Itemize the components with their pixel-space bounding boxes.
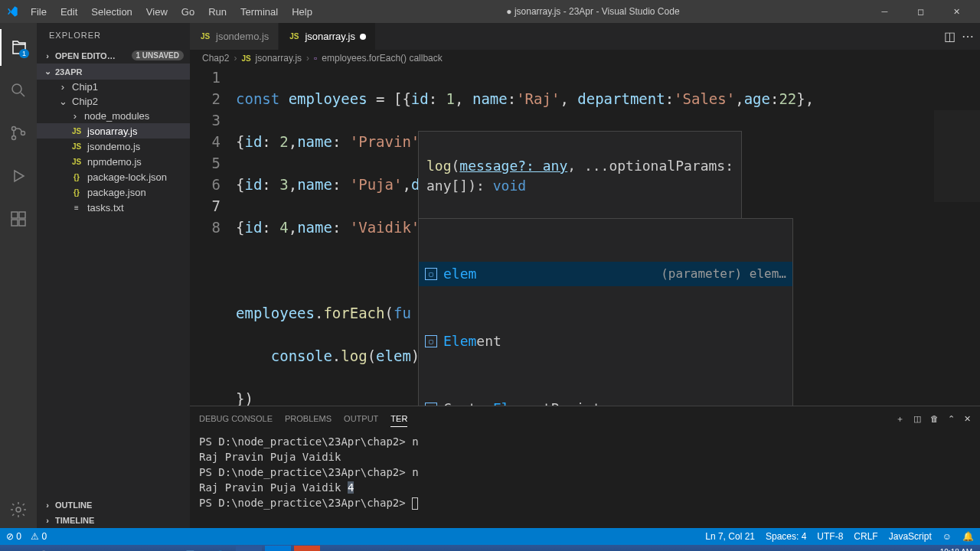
cortana-icon[interactable]: ○ bbox=[61, 546, 87, 551]
taskbar-app[interactable]: 📄 bbox=[178, 546, 204, 551]
explorer-sidebar: EXPLORER › OPEN EDITO… 1 UNSAVED ⌄ 23APR… bbox=[37, 23, 190, 528]
status-language[interactable]: JavaScript bbox=[889, 531, 932, 542]
root-folder-label: 23APR bbox=[55, 67, 82, 77]
chevron-down-icon: ⌄ bbox=[43, 67, 52, 77]
file-jsonarray[interactable]: JSjsonarray.js bbox=[37, 123, 190, 139]
menu-go[interactable]: Go bbox=[175, 3, 201, 21]
taskbar-vscode[interactable]: ◈ bbox=[265, 546, 291, 551]
folder-chip1[interactable]: ›Chip1 bbox=[37, 80, 190, 94]
menu-selection[interactable]: Selection bbox=[85, 3, 138, 21]
split-terminal-icon[interactable]: ◫ bbox=[913, 414, 921, 424]
chevron-right-icon: › bbox=[58, 81, 67, 93]
unsaved-badge: 1 UNSAVED bbox=[132, 51, 185, 60]
status-warnings[interactable]: ⚠ 0 bbox=[31, 531, 47, 542]
status-bell-icon[interactable]: 🔔 bbox=[962, 531, 974, 542]
code-content[interactable]: const employees = [{id: 1, name:'Raj', d… bbox=[236, 67, 980, 406]
folder-node-modules[interactable]: ›node_modules bbox=[37, 109, 190, 123]
search-icon[interactable] bbox=[0, 72, 37, 109]
autocomplete-item[interactable]: ▢CustomElementRegistry bbox=[419, 396, 792, 406]
close-button[interactable]: ✕ bbox=[939, 1, 974, 22]
extensions-icon[interactable] bbox=[0, 201, 37, 237]
autocomplete-item[interactable]: ▢Element bbox=[419, 329, 792, 354]
terminal[interactable]: PS D:\node_practice\23Apr\chap2> n Raj P… bbox=[190, 431, 980, 528]
root-folder-header[interactable]: ⌄ 23APR bbox=[37, 64, 190, 80]
code-editor[interactable]: 12345678 const employees = [{id: 1, name… bbox=[190, 67, 980, 406]
status-cursor[interactable]: Ln 7, Col 21 bbox=[705, 531, 755, 542]
json-file-icon: {} bbox=[70, 171, 83, 183]
file-tasks[interactable]: ≡tasks.txt bbox=[37, 200, 190, 215]
panel-tab-output[interactable]: OUTPUT bbox=[344, 411, 378, 426]
breadcrumb-item[interactable]: Chap2 bbox=[202, 53, 229, 64]
taskbar-app[interactable]: ⬛ bbox=[381, 546, 407, 551]
maximize-button[interactable]: ◻ bbox=[903, 1, 938, 22]
autocomplete-item[interactable]: ▢elem(parameter) elem… bbox=[419, 262, 792, 286]
menu-view[interactable]: View bbox=[140, 3, 174, 21]
start-button[interactable]: ⊞ bbox=[3, 546, 29, 551]
timeline-header[interactable]: ›TIMELINE bbox=[37, 513, 190, 528]
svg-rect-6 bbox=[11, 220, 18, 226]
file-label: tasks.txt bbox=[87, 202, 124, 214]
menu-help[interactable]: Help bbox=[286, 3, 318, 21]
outline-header[interactable]: ›OUTLINE bbox=[37, 497, 190, 513]
new-terminal-icon[interactable]: ＋ bbox=[896, 413, 904, 425]
taskbar-chrome[interactable]: 🌐 bbox=[207, 546, 233, 551]
menu-terminal[interactable]: Terminal bbox=[234, 3, 284, 21]
task-view-icon[interactable]: ▭ bbox=[90, 546, 116, 551]
taskbar-word[interactable]: W bbox=[236, 546, 262, 551]
tab-jsonarray[interactable]: JSjsonarray.js bbox=[279, 23, 376, 50]
breadcrumb-item[interactable]: employees.forEach() callback bbox=[322, 53, 442, 64]
settings-gear-icon[interactable] bbox=[0, 491, 37, 528]
file-package-lock[interactable]: {}package-lock.json bbox=[37, 169, 190, 184]
open-editors-header[interactable]: › OPEN EDITO… 1 UNSAVED bbox=[37, 47, 190, 64]
status-errors[interactable]: ⊘ 0 bbox=[6, 531, 21, 542]
tab-jsondemo[interactable]: JSjsondemo.js bbox=[190, 23, 279, 50]
status-encoding[interactable]: UTF-8 bbox=[817, 531, 843, 542]
taskbar-app[interactable]: 🎨 bbox=[352, 546, 378, 551]
minimize-button[interactable]: ─ bbox=[867, 1, 902, 22]
panel-tab-debug[interactable]: DEBUG CONSOLE bbox=[199, 411, 273, 426]
js-file-icon: JS bbox=[70, 125, 83, 137]
window-title: ● jsonarray.js - 23Apr - Visual Studio C… bbox=[318, 6, 867, 17]
editor-tabs: JSjsondemo.js JSjsonarray.js ◫ ⋯ bbox=[190, 23, 980, 50]
js-file-icon: JS bbox=[288, 31, 300, 43]
bottom-panel: DEBUG CONSOLE PROBLEMS OUTPUT TER ＋ ◫ 🗑 … bbox=[190, 406, 980, 528]
status-feedback-icon[interactable]: ☺ bbox=[942, 531, 952, 542]
chevron-right-icon: › bbox=[70, 110, 80, 122]
menu-file[interactable]: File bbox=[24, 3, 53, 21]
file-label: npmdemo.js bbox=[87, 156, 142, 168]
panel-tab-problems[interactable]: PROBLEMS bbox=[285, 411, 332, 426]
maximize-panel-icon[interactable]: ⌃ bbox=[948, 414, 955, 424]
explorer-icon[interactable]: 1 bbox=[0, 29, 37, 66]
sidebar-title: EXPLORER bbox=[37, 23, 190, 47]
taskbar-explorer[interactable]: 📁 bbox=[323, 546, 349, 551]
folder-chip2[interactable]: ⌄Chip2 bbox=[37, 94, 190, 109]
taskbar-app[interactable]: ◆ bbox=[119, 546, 145, 551]
chevron-right-icon: › bbox=[43, 500, 52, 510]
taskbar-powerpoint[interactable]: P bbox=[294, 546, 320, 551]
status-eol[interactable]: CRLF bbox=[854, 531, 877, 542]
file-jsondemo[interactable]: JSjsondemo.js bbox=[37, 139, 190, 154]
signature-help-popup: log(message?: any, ...optionalParams:any… bbox=[418, 131, 742, 221]
autocomplete-popup[interactable]: ▢elem(parameter) elem… ▢Element ▢CustomE… bbox=[418, 218, 793, 406]
json-file-icon: {} bbox=[70, 186, 83, 198]
breadcrumb-item[interactable]: jsonarray.js bbox=[256, 53, 302, 64]
search-taskbar-icon[interactable]: 🔍 bbox=[32, 546, 58, 551]
text-file-icon: ≡ bbox=[70, 201, 83, 214]
taskbar-app[interactable]: 📁 bbox=[149, 546, 175, 551]
file-npmdemo[interactable]: JSnpmdemo.js bbox=[37, 154, 190, 169]
explorer-badge: 1 bbox=[19, 49, 29, 58]
close-panel-icon[interactable]: ✕ bbox=[964, 414, 971, 424]
source-control-icon[interactable] bbox=[0, 115, 37, 152]
system-clock[interactable]: 10:18 AM05-05-2020 bbox=[933, 548, 977, 551]
panel-tab-terminal[interactable]: TER bbox=[390, 411, 407, 427]
split-editor-icon[interactable]: ◫ bbox=[944, 29, 956, 44]
file-package[interactable]: {}package.json bbox=[37, 184, 190, 200]
breadcrumb[interactable]: Chap2› JSjsonarray.js› ▫employees.forEac… bbox=[190, 50, 980, 67]
status-spaces[interactable]: Spaces: 4 bbox=[766, 531, 806, 542]
kill-terminal-icon[interactable]: 🗑 bbox=[930, 414, 939, 423]
menu-edit[interactable]: Edit bbox=[54, 3, 83, 21]
run-debug-icon[interactable] bbox=[0, 158, 37, 194]
menu-run[interactable]: Run bbox=[202, 3, 233, 21]
more-actions-icon[interactable]: ⋯ bbox=[962, 29, 974, 44]
minimap[interactable] bbox=[934, 110, 980, 202]
